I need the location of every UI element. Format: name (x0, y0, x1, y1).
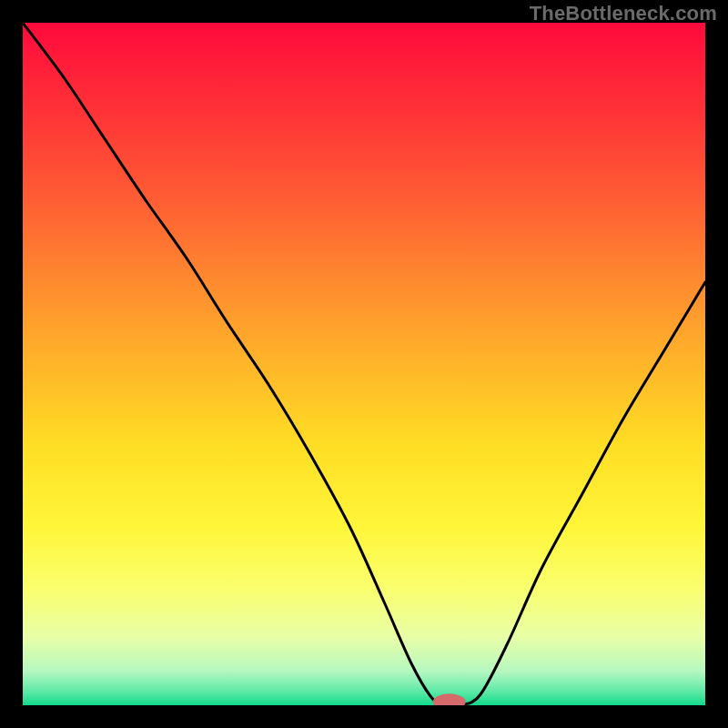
plot-area (23, 23, 705, 705)
bottleneck-chart (23, 23, 705, 705)
gradient-background (23, 23, 705, 705)
chart-frame: TheBottleneck.com (0, 0, 728, 728)
